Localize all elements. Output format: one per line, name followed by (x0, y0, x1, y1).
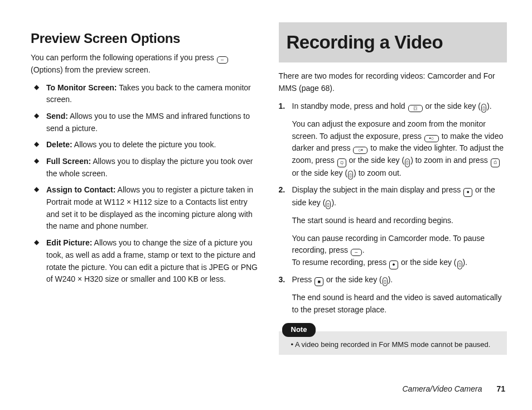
step-2-body-b: You can pause recording in Camcorder mod… (292, 233, 507, 269)
note-block: Note A video being recorded in For MMS m… (279, 323, 507, 355)
list-item: Delete: Allows you to delete the picture… (46, 139, 259, 151)
side-key-icon: ▯ (383, 277, 388, 286)
step-3-body: The end sound is heard and the video is … (292, 292, 507, 316)
item-title: To Monitor Screen: (46, 83, 117, 92)
step-1-body: You can adjust the exposure and zoom fro… (292, 118, 507, 180)
preview-options-list: To Monitor Screen: Takes you back to the… (31, 82, 259, 286)
text: ). (463, 258, 468, 267)
side-key-icon: ▯ (405, 158, 410, 167)
list-item: Full Screen: Allows you to display the p… (46, 156, 259, 180)
text: ). (331, 198, 336, 207)
step-1: In standby mode, press and hold ⌼ or the… (292, 100, 507, 180)
footer-section-label: Camera/Video Camera (403, 384, 482, 393)
preview-options-intro: You can perform the following operations… (31, 52, 259, 76)
footer-page-number: 71 (496, 384, 505, 393)
text: or the side key ( (292, 168, 348, 177)
list-item: Send: Allows you to use the MMS and infr… (46, 110, 259, 134)
text: ). (487, 102, 492, 110)
text: ) to zoom in and press (410, 156, 490, 165)
text: ). (388, 275, 393, 284)
item-title: Full Screen: (46, 157, 91, 166)
preview-options-heading: Preview Screen Options (31, 28, 259, 49)
item-title: Delete: (46, 140, 72, 149)
text: or the side key ( (324, 275, 382, 284)
item-body: Allows you to delete the picture you too… (72, 140, 216, 149)
nav-up-key-icon: ▫̣ (337, 158, 346, 167)
text: Press (292, 275, 315, 284)
softkey-icon: – (351, 249, 362, 256)
note-label: Note (282, 323, 316, 337)
list-item: Assign to Contact: Allows you to registe… (46, 184, 259, 233)
text: You can perform the following operations… (31, 53, 216, 62)
softkey-icon: – (217, 56, 228, 64)
step-2-body-a: The start sound is heard and recording b… (292, 215, 507, 227)
item-title: Assign to Contact: (46, 185, 115, 194)
exposure-left-key-icon: •○ (424, 135, 439, 142)
recording-intro: There are two modes for recording videos… (279, 70, 507, 94)
step-3: Press ■ or the side key (▯). The end sou… (292, 274, 507, 316)
recording-video-heading: Recording a Video (279, 22, 507, 62)
center-key-icon: ● (389, 261, 398, 269)
side-key-icon: ▯ (457, 261, 462, 269)
left-column: Preview Screen Options You can perform t… (31, 22, 259, 355)
text: or the side key ( (423, 102, 481, 110)
right-column: Recording a Video There are two modes fo… (279, 22, 507, 355)
side-key-icon: ▯ (481, 104, 486, 113)
text: To resume recording, press (292, 258, 389, 267)
step-2: Display the subject in the main display … (292, 184, 507, 269)
camera-key-icon: ⌼ (408, 105, 423, 112)
item-title: Edit Picture: (46, 238, 92, 247)
list-item: To Monitor Screen: Takes you back to the… (46, 82, 259, 106)
center-key-icon: ● (463, 188, 472, 197)
text: You can pause recording in Camcorder mod… (292, 234, 485, 255)
text: Display the subject in the main display … (292, 185, 463, 194)
text: or the side key ( (347, 156, 405, 165)
item-title: Send: (46, 112, 68, 120)
text: (Options) from the preview screen. (31, 65, 151, 74)
text: ) to zoom out. (354, 168, 402, 177)
text: or the side key ( (399, 258, 457, 267)
note-text: A video being recorded in For MMS mode c… (291, 340, 491, 349)
recording-steps: In standby mode, press and hold ⌼ or the… (279, 100, 507, 316)
text: . (362, 245, 365, 254)
side-key-icon: ▯ (348, 171, 353, 180)
side-key-icon: ▯ (326, 200, 331, 209)
exposure-right-key-icon: ○• (353, 147, 367, 154)
text: In standby mode, press and hold (292, 102, 408, 110)
page-footer: Camera/Video Camera71 (403, 384, 506, 393)
list-item: Edit Picture: Allows you to change the s… (46, 237, 259, 286)
item-body: Allows you to use the MMS and infrared f… (46, 112, 250, 133)
stop-key-icon: ■ (315, 277, 323, 286)
nav-down-key-icon: ▫̇ (491, 158, 500, 167)
